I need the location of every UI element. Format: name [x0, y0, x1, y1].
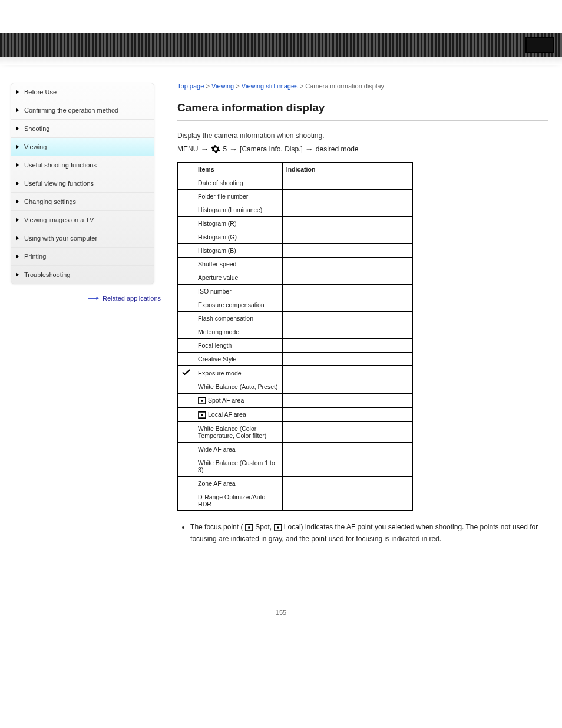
table-row: White Balance (Auto, Preset)	[178, 380, 413, 394]
table-cell-item: Spot AF area	[194, 394, 283, 408]
sidebar-item-printing[interactable]: Printing	[11, 247, 154, 265]
table-cell-indication	[282, 339, 412, 353]
divider	[177, 565, 548, 565]
caret-right-icon	[16, 144, 19, 149]
sidebar: Before Use Confirming the operation meth…	[11, 83, 154, 284]
sidebar-item-using-computer[interactable]: Using with your computer	[11, 229, 154, 247]
table-cell-icon	[178, 408, 194, 422]
table-cell-icon	[178, 325, 194, 339]
table-cell-item: Histogram (G)	[194, 230, 283, 244]
table-header-cell	[178, 163, 194, 176]
table-cell-icon	[178, 339, 194, 353]
breadcrumb-cat[interactable]: Viewing	[211, 83, 234, 90]
table-cell-icon	[178, 366, 194, 380]
table-cell-icon	[178, 380, 194, 394]
check-icon	[182, 369, 190, 375]
sidebar-item-label: Using with your computer	[24, 235, 97, 242]
breadcrumb-leaf: Camera information display	[305, 83, 384, 90]
table-cell-item: Flash compensation	[194, 312, 283, 325]
table-cell-icon	[178, 203, 194, 217]
path-seg2: [Camera Info. Disp.]	[240, 145, 303, 153]
table-cell-icon	[178, 244, 194, 258]
arrow-right-icon: →	[305, 144, 313, 154]
arrow-right-icon: →	[229, 144, 237, 154]
note-text: Spot,	[255, 523, 273, 531]
table-row: ISO number	[178, 285, 413, 298]
gear-icon	[211, 144, 220, 154]
table-cell-icon	[178, 477, 194, 490]
table-row: Wide AF area	[178, 443, 413, 456]
svg-marker-1	[97, 297, 100, 300]
sidebar-item-viewing[interactable]: Viewing	[11, 137, 154, 156]
sidebar-item-label: Viewing	[24, 143, 47, 150]
caret-right-icon	[16, 236, 19, 241]
table-cell-item: Histogram (R)	[194, 217, 283, 230]
sidebar-item-before-use[interactable]: Before Use	[11, 83, 154, 101]
table-cell-item: White Balance (Auto, Preset)	[194, 380, 283, 394]
caret-right-icon	[16, 90, 19, 94]
af-box-icon	[245, 524, 253, 531]
table-row: Exposure compensation	[178, 298, 413, 312]
sidebar-item-useful-shooting[interactable]: Useful shooting functions	[11, 156, 154, 174]
table-cell-icon	[178, 190, 194, 203]
header-right-box	[525, 37, 554, 53]
table-cell-indication	[282, 325, 412, 339]
table-row: Histogram (R)	[178, 217, 413, 230]
table-header-row: ItemsIndication	[178, 163, 413, 176]
table-cell-icon	[178, 176, 194, 190]
table-cell-icon	[178, 394, 194, 408]
sidebar-item-changing-settings[interactable]: Changing settings	[11, 192, 154, 210]
table-cell-indication	[282, 443, 412, 456]
table-row: Date of shooting	[178, 176, 413, 190]
breadcrumb-top[interactable]: Top page	[177, 83, 204, 90]
table-cell-icon	[178, 285, 194, 298]
note-text: The focus point (	[190, 523, 243, 531]
related-applications-link[interactable]: Related applications	[88, 295, 161, 302]
af-box-icon	[198, 411, 206, 419]
table-cell-item: D-Range Optimizer/Auto HDR	[194, 490, 283, 511]
af-box-icon	[274, 524, 282, 531]
sidebar-item-viewing-tv[interactable]: Viewing images on a TV	[11, 210, 154, 229]
table-row: Metering mode	[178, 325, 413, 339]
breadcrumb-sep: >	[300, 83, 303, 90]
table-header-cell: Items	[194, 163, 283, 176]
sidebar-item-troubleshooting[interactable]: Troubleshooting	[11, 265, 154, 284]
table-row: Local AF area	[178, 408, 413, 422]
table-row: Exposure mode	[178, 366, 413, 380]
svg-rect-7	[248, 527, 250, 529]
table-row: White Balance (Custom 1 to 3)	[178, 456, 413, 477]
table-cell-indication	[282, 230, 412, 244]
table-cell-indication	[282, 217, 412, 230]
caret-right-icon	[16, 163, 19, 167]
table-cell-indication	[282, 422, 412, 443]
table-cell-indication	[282, 244, 412, 258]
table-cell-indication	[282, 408, 412, 422]
sidebar-item-confirming[interactable]: Confirming the operation method	[11, 101, 154, 119]
sidebar-item-shooting[interactable]: Shooting	[11, 119, 154, 137]
sidebar-item-useful-viewing[interactable]: Useful viewing functions	[11, 174, 154, 192]
table-cell-icon	[178, 271, 194, 285]
note-item: The focus point ( Spot, Local) indicates…	[190, 522, 548, 544]
table-cell-icon	[178, 422, 194, 443]
table-row: Histogram (Luminance)	[178, 203, 413, 217]
breadcrumb-sub[interactable]: Viewing still images	[242, 83, 298, 90]
table-cell-icon	[178, 456, 194, 477]
table-cell-icon	[178, 258, 194, 271]
path-tail: desired mode	[316, 145, 359, 153]
breadcrumb-sep: >	[206, 83, 209, 90]
table-cell-icon	[178, 490, 194, 511]
breadcrumb-sep: >	[236, 83, 239, 90]
sidebar-item-label: Viewing images on a TV	[24, 216, 94, 223]
note-text: Local) indicates the AF point you select…	[190, 523, 538, 542]
sidebar-item-label: Useful shooting functions	[24, 162, 97, 169]
related-label: Related applications	[103, 295, 161, 302]
table-cell-indication	[282, 285, 412, 298]
page-number: 155	[0, 609, 562, 616]
caret-right-icon	[16, 199, 19, 204]
table-cell-item: Creative Style	[194, 353, 283, 366]
table-cell-indication	[282, 477, 412, 490]
table-cell-indication	[282, 298, 412, 312]
table-cell-item: White Balance (Color Temperature, Color …	[194, 422, 283, 443]
divider	[177, 120, 548, 121]
table-row: White Balance (Color Temperature, Color …	[178, 422, 413, 443]
